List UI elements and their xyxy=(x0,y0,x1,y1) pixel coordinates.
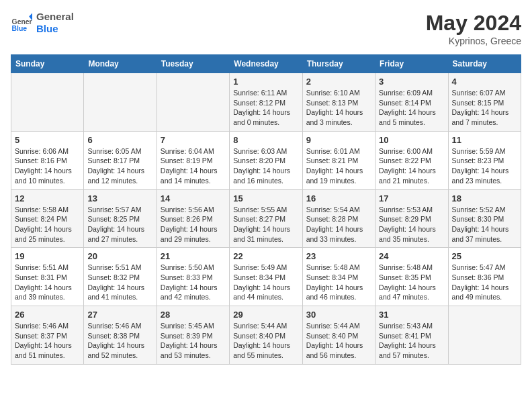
calendar-cell: 27Sunrise: 5:46 AMSunset: 8:38 PMDayligh… xyxy=(84,306,157,365)
calendar-cell: 6Sunrise: 6:05 AMSunset: 8:17 PMDaylight… xyxy=(84,131,157,189)
header-wednesday: Wednesday xyxy=(230,55,302,73)
location-subtitle: Kyprinos, Greece xyxy=(426,36,521,46)
calendar-cell: 10Sunrise: 6:00 AMSunset: 8:22 PMDayligh… xyxy=(375,131,448,189)
calendar-cell: 13Sunrise: 5:57 AMSunset: 8:25 PMDayligh… xyxy=(84,189,157,248)
calendar-cell xyxy=(84,73,157,132)
day-number: 14 xyxy=(161,193,226,203)
calendar-cell: 12Sunrise: 5:58 AMSunset: 8:24 PMDayligh… xyxy=(11,189,84,248)
calendar-table: SundayMondayTuesdayWednesdayThursdayFrid… xyxy=(11,54,521,365)
calendar-week-5: 26Sunrise: 5:46 AMSunset: 8:37 PMDayligh… xyxy=(11,306,521,365)
day-number: 17 xyxy=(379,193,444,203)
day-info: Sunrise: 5:48 AMSunset: 8:35 PMDaylight:… xyxy=(379,263,444,302)
day-info: Sunrise: 5:51 AMSunset: 8:31 PMDaylight:… xyxy=(15,263,80,302)
calendar-cell: 4Sunrise: 6:07 AMSunset: 8:15 PMDaylight… xyxy=(448,73,521,132)
day-number: 23 xyxy=(306,251,371,261)
day-number: 8 xyxy=(233,135,298,145)
calendar-cell: 31Sunrise: 5:43 AMSunset: 8:41 PMDayligh… xyxy=(375,306,448,365)
svg-text:General: General xyxy=(12,18,32,26)
day-number: 19 xyxy=(15,251,80,261)
day-number: 5 xyxy=(15,135,80,145)
day-info: Sunrise: 5:50 AMSunset: 8:33 PMDaylight:… xyxy=(161,263,226,302)
day-info: Sunrise: 6:05 AMSunset: 8:17 PMDaylight:… xyxy=(87,146,152,186)
header-monday: Monday xyxy=(84,55,157,73)
day-info: Sunrise: 5:46 AMSunset: 8:38 PMDaylight:… xyxy=(87,321,152,361)
day-number: 31 xyxy=(379,310,444,320)
calendar-cell xyxy=(448,306,521,365)
day-info: Sunrise: 5:53 AMSunset: 8:29 PMDaylight:… xyxy=(379,205,444,244)
day-info: Sunrise: 5:49 AMSunset: 8:34 PMDaylight:… xyxy=(233,263,298,302)
calendar-cell: 21Sunrise: 5:50 AMSunset: 8:33 PMDayligh… xyxy=(157,248,229,306)
day-number: 12 xyxy=(15,193,80,203)
calendar-cell: 18Sunrise: 5:52 AMSunset: 8:30 PMDayligh… xyxy=(448,189,521,248)
calendar-cell: 1Sunrise: 6:11 AMSunset: 8:12 PMDaylight… xyxy=(230,73,302,132)
day-number: 27 xyxy=(87,310,152,320)
calendar-header-row: SundayMondayTuesdayWednesdayThursdayFrid… xyxy=(11,55,521,73)
day-info: Sunrise: 5:46 AMSunset: 8:37 PMDaylight:… xyxy=(15,321,80,361)
calendar-cell: 26Sunrise: 5:46 AMSunset: 8:37 PMDayligh… xyxy=(11,306,84,365)
day-info: Sunrise: 5:44 AMSunset: 8:40 PMDaylight:… xyxy=(306,321,371,361)
calendar-cell: 16Sunrise: 5:54 AMSunset: 8:28 PMDayligh… xyxy=(302,189,375,248)
calendar-cell: 7Sunrise: 6:04 AMSunset: 8:19 PMDaylight… xyxy=(157,131,229,189)
calendar-cell: 14Sunrise: 5:56 AMSunset: 8:26 PMDayligh… xyxy=(157,189,229,248)
day-number: 24 xyxy=(379,251,444,261)
day-number: 28 xyxy=(161,310,226,320)
day-info: Sunrise: 6:04 AMSunset: 8:19 PMDaylight:… xyxy=(161,146,226,186)
calendar-cell: 30Sunrise: 5:44 AMSunset: 8:40 PMDayligh… xyxy=(302,306,375,365)
day-number: 6 xyxy=(87,135,152,145)
calendar-cell: 20Sunrise: 5:51 AMSunset: 8:32 PMDayligh… xyxy=(84,248,157,306)
header-tuesday: Tuesday xyxy=(157,55,229,73)
day-number: 11 xyxy=(452,135,517,145)
header-sunday: Sunday xyxy=(11,55,84,73)
day-info: Sunrise: 5:58 AMSunset: 8:24 PMDaylight:… xyxy=(15,205,80,244)
day-number: 18 xyxy=(452,193,517,203)
day-info: Sunrise: 5:45 AMSunset: 8:39 PMDaylight:… xyxy=(161,321,226,361)
day-info: Sunrise: 5:55 AMSunset: 8:27 PMDaylight:… xyxy=(233,205,298,244)
day-number: 25 xyxy=(452,251,517,261)
day-number: 4 xyxy=(452,77,517,87)
calendar-week-1: 1Sunrise: 6:11 AMSunset: 8:12 PMDaylight… xyxy=(11,73,521,132)
calendar-cell: 29Sunrise: 5:44 AMSunset: 8:40 PMDayligh… xyxy=(230,306,302,365)
day-number: 20 xyxy=(87,251,152,261)
calendar-cell: 24Sunrise: 5:48 AMSunset: 8:35 PMDayligh… xyxy=(375,248,448,306)
calendar-cell: 3Sunrise: 6:09 AMSunset: 8:14 PMDaylight… xyxy=(375,73,448,132)
day-info: Sunrise: 5:43 AMSunset: 8:41 PMDaylight:… xyxy=(379,321,444,361)
day-info: Sunrise: 6:03 AMSunset: 8:20 PMDaylight:… xyxy=(233,146,298,186)
calendar-cell: 8Sunrise: 6:03 AMSunset: 8:20 PMDaylight… xyxy=(230,131,302,189)
calendar-cell: 2Sunrise: 6:10 AMSunset: 8:13 PMDaylight… xyxy=(302,73,375,132)
calendar-cell: 23Sunrise: 5:48 AMSunset: 8:34 PMDayligh… xyxy=(302,248,375,306)
day-number: 26 xyxy=(15,310,80,320)
title-block: May 2024 Kyprinos, Greece xyxy=(426,11,521,46)
page-header: General Blue General Blue May 2024 Kypri… xyxy=(11,11,521,46)
calendar-cell: 19Sunrise: 5:51 AMSunset: 8:31 PMDayligh… xyxy=(11,248,84,306)
day-info: Sunrise: 5:54 AMSunset: 8:28 PMDaylight:… xyxy=(306,205,371,244)
day-info: Sunrise: 6:06 AMSunset: 8:16 PMDaylight:… xyxy=(15,146,80,186)
calendar-cell: 22Sunrise: 5:49 AMSunset: 8:34 PMDayligh… xyxy=(230,248,302,306)
day-info: Sunrise: 5:47 AMSunset: 8:36 PMDaylight:… xyxy=(452,263,517,302)
day-number: 21 xyxy=(161,251,226,261)
day-number: 2 xyxy=(306,77,371,87)
day-info: Sunrise: 6:10 AMSunset: 8:13 PMDaylight:… xyxy=(306,88,371,128)
day-info: Sunrise: 5:51 AMSunset: 8:32 PMDaylight:… xyxy=(87,263,152,302)
day-number: 30 xyxy=(306,310,371,320)
day-info: Sunrise: 6:00 AMSunset: 8:22 PMDaylight:… xyxy=(379,146,444,186)
day-number: 13 xyxy=(87,193,152,203)
header-friday: Friday xyxy=(375,55,448,73)
calendar-cell: 9Sunrise: 6:01 AMSunset: 8:21 PMDaylight… xyxy=(302,131,375,189)
day-info: Sunrise: 5:48 AMSunset: 8:34 PMDaylight:… xyxy=(306,263,371,302)
day-number: 3 xyxy=(379,77,444,87)
logo-general: General xyxy=(36,11,74,23)
day-number: 29 xyxy=(233,310,298,320)
calendar-cell: 25Sunrise: 5:47 AMSunset: 8:36 PMDayligh… xyxy=(448,248,521,306)
calendar-cell xyxy=(157,73,229,132)
day-info: Sunrise: 6:09 AMSunset: 8:14 PMDaylight:… xyxy=(379,88,444,128)
day-info: Sunrise: 6:11 AMSunset: 8:12 PMDaylight:… xyxy=(233,88,298,128)
calendar-week-4: 19Sunrise: 5:51 AMSunset: 8:31 PMDayligh… xyxy=(11,248,521,306)
logo-blue: Blue xyxy=(36,23,74,35)
day-number: 1 xyxy=(233,77,298,87)
calendar-cell xyxy=(11,73,84,132)
day-number: 22 xyxy=(233,251,298,261)
day-number: 9 xyxy=(306,135,371,145)
svg-text:Blue: Blue xyxy=(12,25,28,32)
logo: General Blue General Blue xyxy=(11,11,74,35)
calendar-week-3: 12Sunrise: 5:58 AMSunset: 8:24 PMDayligh… xyxy=(11,189,521,248)
